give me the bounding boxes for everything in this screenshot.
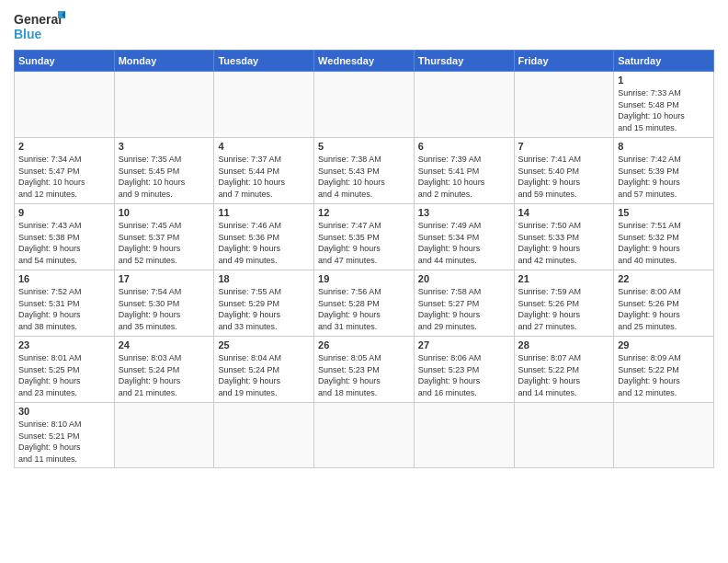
- day-cell: 9Sunrise: 7:43 AMSunset: 5:38 PMDaylight…: [15, 204, 115, 270]
- day-number: 2: [18, 141, 110, 152]
- logo-svg: General Blue: [14, 9, 69, 44]
- day-number: 30: [18, 406, 110, 417]
- day-number: 9: [18, 207, 110, 218]
- day-number: 24: [119, 339, 210, 350]
- day-number: 4: [218, 141, 310, 152]
- day-cell: 24Sunrise: 8:03 AMSunset: 5:24 PMDayligh…: [114, 337, 214, 403]
- day-number: 7: [518, 141, 610, 152]
- day-info: Sunrise: 7:42 AMSunset: 5:39 PMDaylight:…: [618, 154, 710, 200]
- day-cell: 10Sunrise: 7:45 AMSunset: 5:37 PMDayligh…: [114, 204, 214, 270]
- day-info: Sunrise: 7:47 AMSunset: 5:35 PMDaylight:…: [318, 220, 410, 266]
- day-cell: 4Sunrise: 7:37 AMSunset: 5:44 PMDaylight…: [214, 138, 314, 204]
- day-number: 15: [618, 207, 710, 218]
- week-row-5: 23Sunrise: 8:01 AMSunset: 5:25 PMDayligh…: [15, 337, 714, 403]
- day-info: Sunrise: 7:54 AMSunset: 5:30 PMDaylight:…: [119, 286, 210, 332]
- day-info: Sunrise: 8:03 AMSunset: 5:24 PMDaylight:…: [119, 352, 210, 398]
- day-number: 6: [418, 141, 510, 152]
- day-cell: [114, 72, 214, 138]
- day-cell: 8Sunrise: 7:42 AMSunset: 5:39 PMDaylight…: [614, 138, 714, 204]
- header-thursday: Thursday: [414, 51, 514, 72]
- day-number: 11: [218, 207, 310, 218]
- day-cell: [114, 403, 214, 468]
- header-friday: Friday: [514, 51, 614, 72]
- day-cell: 11Sunrise: 7:46 AMSunset: 5:36 PMDayligh…: [214, 204, 314, 270]
- header-tuesday: Tuesday: [214, 51, 314, 72]
- day-cell: 29Sunrise: 8:09 AMSunset: 5:22 PMDayligh…: [614, 337, 714, 403]
- day-cell: 23Sunrise: 8:01 AMSunset: 5:25 PMDayligh…: [15, 337, 115, 403]
- calendar-header-row: SundayMondayTuesdayWednesdayThursdayFrid…: [15, 51, 714, 72]
- header-saturday: Saturday: [614, 51, 714, 72]
- day-number: 18: [218, 273, 310, 284]
- day-cell: [214, 403, 314, 468]
- day-info: Sunrise: 7:37 AMSunset: 5:44 PMDaylight:…: [218, 154, 310, 200]
- day-cell: [414, 72, 514, 138]
- week-row-1: 1Sunrise: 7:33 AMSunset: 5:48 PMDaylight…: [15, 72, 714, 138]
- day-info: Sunrise: 7:34 AMSunset: 5:47 PMDaylight:…: [18, 154, 110, 200]
- day-cell: [614, 403, 714, 468]
- day-number: 23: [18, 339, 110, 350]
- calendar-table: SundayMondayTuesdayWednesdayThursdayFrid…: [14, 50, 714, 468]
- week-row-4: 16Sunrise: 7:52 AMSunset: 5:31 PMDayligh…: [15, 270, 714, 337]
- day-number: 26: [318, 339, 410, 350]
- day-cell: 15Sunrise: 7:51 AMSunset: 5:32 PMDayligh…: [614, 204, 714, 270]
- day-cell: 7Sunrise: 7:41 AMSunset: 5:40 PMDaylight…: [514, 138, 614, 204]
- svg-text:Blue: Blue: [14, 27, 42, 41]
- day-cell: 14Sunrise: 7:50 AMSunset: 5:33 PMDayligh…: [514, 204, 614, 270]
- logo: General Blue: [14, 9, 69, 44]
- day-info: Sunrise: 7:58 AMSunset: 5:27 PMDaylight:…: [418, 286, 510, 332]
- day-number: 19: [318, 273, 410, 284]
- day-cell: 27Sunrise: 8:06 AMSunset: 5:23 PMDayligh…: [414, 337, 514, 403]
- day-cell: 18Sunrise: 7:55 AMSunset: 5:29 PMDayligh…: [214, 270, 314, 337]
- day-number: 3: [119, 141, 210, 152]
- day-info: Sunrise: 7:33 AMSunset: 5:48 PMDaylight:…: [618, 87, 710, 133]
- day-cell: [15, 72, 115, 138]
- day-cell: 19Sunrise: 7:56 AMSunset: 5:28 PMDayligh…: [314, 270, 415, 337]
- day-number: 12: [318, 207, 410, 218]
- day-number: 25: [218, 339, 310, 350]
- day-number: 10: [119, 207, 210, 218]
- day-info: Sunrise: 8:06 AMSunset: 5:23 PMDaylight:…: [418, 352, 510, 398]
- day-cell: 22Sunrise: 8:00 AMSunset: 5:26 PMDayligh…: [614, 270, 714, 337]
- day-number: 17: [119, 273, 210, 284]
- day-number: 29: [618, 339, 710, 350]
- day-info: Sunrise: 7:43 AMSunset: 5:38 PMDaylight:…: [18, 220, 110, 266]
- day-info: Sunrise: 8:10 AMSunset: 5:21 PMDaylight:…: [18, 419, 110, 465]
- day-cell: 26Sunrise: 8:05 AMSunset: 5:23 PMDayligh…: [314, 337, 415, 403]
- day-info: Sunrise: 7:52 AMSunset: 5:31 PMDaylight:…: [18, 286, 110, 332]
- day-cell: 6Sunrise: 7:39 AMSunset: 5:41 PMDaylight…: [414, 138, 514, 204]
- header-monday: Monday: [114, 51, 214, 72]
- day-cell: 12Sunrise: 7:47 AMSunset: 5:35 PMDayligh…: [314, 204, 415, 270]
- day-number: 20: [418, 273, 510, 284]
- day-number: 22: [618, 273, 710, 284]
- day-cell: 21Sunrise: 7:59 AMSunset: 5:26 PMDayligh…: [514, 270, 614, 337]
- day-cell: [514, 403, 614, 468]
- day-number: 16: [18, 273, 110, 284]
- day-info: Sunrise: 8:09 AMSunset: 5:22 PMDaylight:…: [618, 352, 710, 398]
- svg-text:General: General: [14, 12, 62, 27]
- day-cell: 25Sunrise: 8:04 AMSunset: 5:24 PMDayligh…: [214, 337, 314, 403]
- day-cell: 2Sunrise: 7:34 AMSunset: 5:47 PMDaylight…: [15, 138, 115, 204]
- day-cell: [514, 72, 614, 138]
- day-cell: [214, 72, 314, 138]
- day-info: Sunrise: 7:39 AMSunset: 5:41 PMDaylight:…: [418, 154, 510, 200]
- day-info: Sunrise: 7:35 AMSunset: 5:45 PMDaylight:…: [119, 154, 210, 200]
- day-cell: 3Sunrise: 7:35 AMSunset: 5:45 PMDaylight…: [114, 138, 214, 204]
- day-number: 21: [518, 273, 610, 284]
- page-header: General Blue: [14, 9, 714, 44]
- day-cell: 16Sunrise: 7:52 AMSunset: 5:31 PMDayligh…: [15, 270, 115, 337]
- day-cell: [414, 403, 514, 468]
- day-info: Sunrise: 7:56 AMSunset: 5:28 PMDaylight:…: [318, 286, 410, 332]
- day-info: Sunrise: 7:41 AMSunset: 5:40 PMDaylight:…: [518, 154, 610, 200]
- week-row-2: 2Sunrise: 7:34 AMSunset: 5:47 PMDaylight…: [15, 138, 714, 204]
- day-cell: 28Sunrise: 8:07 AMSunset: 5:22 PMDayligh…: [514, 337, 614, 403]
- day-info: Sunrise: 7:55 AMSunset: 5:29 PMDaylight:…: [218, 286, 310, 332]
- day-info: Sunrise: 8:07 AMSunset: 5:22 PMDaylight:…: [518, 352, 610, 398]
- day-cell: 30Sunrise: 8:10 AMSunset: 5:21 PMDayligh…: [15, 403, 115, 468]
- day-number: 13: [418, 207, 510, 218]
- day-info: Sunrise: 7:46 AMSunset: 5:36 PMDaylight:…: [218, 220, 310, 266]
- day-cell: [314, 72, 415, 138]
- day-info: Sunrise: 7:59 AMSunset: 5:26 PMDaylight:…: [518, 286, 610, 332]
- day-number: 8: [618, 141, 710, 152]
- day-info: Sunrise: 8:05 AMSunset: 5:23 PMDaylight:…: [318, 352, 410, 398]
- header-wednesday: Wednesday: [314, 51, 415, 72]
